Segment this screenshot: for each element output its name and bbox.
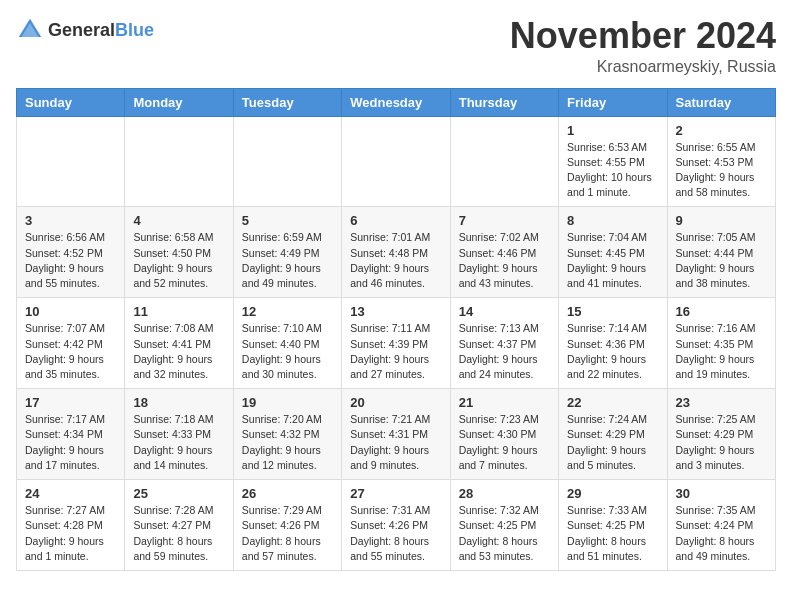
calendar-day-cell: 23Sunrise: 7:25 AM Sunset: 4:29 PM Dayli… [667,389,775,480]
calendar-day-header: Tuesday [233,88,341,116]
day-number: 21 [459,395,550,410]
day-number: 17 [25,395,116,410]
day-info: Sunrise: 7:10 AM Sunset: 4:40 PM Dayligh… [242,321,333,382]
calendar-day-cell [233,116,341,207]
day-info: Sunrise: 7:08 AM Sunset: 4:41 PM Dayligh… [133,321,224,382]
day-info: Sunrise: 7:14 AM Sunset: 4:36 PM Dayligh… [567,321,658,382]
day-info: Sunrise: 7:05 AM Sunset: 4:44 PM Dayligh… [676,230,767,291]
day-info: Sunrise: 7:35 AM Sunset: 4:24 PM Dayligh… [676,503,767,564]
calendar-day-cell: 4Sunrise: 6:58 AM Sunset: 4:50 PM Daylig… [125,207,233,298]
calendar-day-cell: 29Sunrise: 7:33 AM Sunset: 4:25 PM Dayli… [559,480,667,571]
page-header: GeneralBlue November 2024 Krasnoarmeyski… [16,16,776,76]
calendar-day-cell: 13Sunrise: 7:11 AM Sunset: 4:39 PM Dayli… [342,298,450,389]
day-number: 15 [567,304,658,319]
day-info: Sunrise: 7:04 AM Sunset: 4:45 PM Dayligh… [567,230,658,291]
calendar-day-cell: 16Sunrise: 7:16 AM Sunset: 4:35 PM Dayli… [667,298,775,389]
day-number: 4 [133,213,224,228]
calendar-week-row: 10Sunrise: 7:07 AM Sunset: 4:42 PM Dayli… [17,298,776,389]
calendar-day-cell: 26Sunrise: 7:29 AM Sunset: 4:26 PM Dayli… [233,480,341,571]
day-info: Sunrise: 7:20 AM Sunset: 4:32 PM Dayligh… [242,412,333,473]
day-info: Sunrise: 7:16 AM Sunset: 4:35 PM Dayligh… [676,321,767,382]
day-info: Sunrise: 7:11 AM Sunset: 4:39 PM Dayligh… [350,321,441,382]
calendar-day-cell [450,116,558,207]
day-number: 10 [25,304,116,319]
day-number: 8 [567,213,658,228]
day-info: Sunrise: 7:29 AM Sunset: 4:26 PM Dayligh… [242,503,333,564]
day-number: 12 [242,304,333,319]
day-number: 7 [459,213,550,228]
calendar-day-cell: 1Sunrise: 6:53 AM Sunset: 4:55 PM Daylig… [559,116,667,207]
day-info: Sunrise: 6:53 AM Sunset: 4:55 PM Dayligh… [567,140,658,201]
logo-icon [16,16,44,44]
day-info: Sunrise: 7:02 AM Sunset: 4:46 PM Dayligh… [459,230,550,291]
day-number: 29 [567,486,658,501]
day-info: Sunrise: 7:28 AM Sunset: 4:27 PM Dayligh… [133,503,224,564]
logo-text-blue: Blue [115,20,154,40]
calendar-day-cell: 27Sunrise: 7:31 AM Sunset: 4:26 PM Dayli… [342,480,450,571]
calendar-day-cell [125,116,233,207]
day-number: 19 [242,395,333,410]
calendar-day-cell: 2Sunrise: 6:55 AM Sunset: 4:53 PM Daylig… [667,116,775,207]
calendar-week-row: 24Sunrise: 7:27 AM Sunset: 4:28 PM Dayli… [17,480,776,571]
day-number: 23 [676,395,767,410]
calendar-day-header: Friday [559,88,667,116]
calendar-week-row: 3Sunrise: 6:56 AM Sunset: 4:52 PM Daylig… [17,207,776,298]
day-info: Sunrise: 7:18 AM Sunset: 4:33 PM Dayligh… [133,412,224,473]
calendar-day-cell: 21Sunrise: 7:23 AM Sunset: 4:30 PM Dayli… [450,389,558,480]
day-info: Sunrise: 7:17 AM Sunset: 4:34 PM Dayligh… [25,412,116,473]
calendar-day-cell: 15Sunrise: 7:14 AM Sunset: 4:36 PM Dayli… [559,298,667,389]
day-number: 20 [350,395,441,410]
day-number: 18 [133,395,224,410]
calendar-day-cell: 25Sunrise: 7:28 AM Sunset: 4:27 PM Dayli… [125,480,233,571]
calendar-day-cell: 8Sunrise: 7:04 AM Sunset: 4:45 PM Daylig… [559,207,667,298]
calendar-day-cell [17,116,125,207]
location-subtitle: Krasnoarmeyskiy, Russia [510,58,776,76]
day-number: 22 [567,395,658,410]
calendar-day-cell: 9Sunrise: 7:05 AM Sunset: 4:44 PM Daylig… [667,207,775,298]
day-info: Sunrise: 7:23 AM Sunset: 4:30 PM Dayligh… [459,412,550,473]
day-number: 16 [676,304,767,319]
day-info: Sunrise: 7:07 AM Sunset: 4:42 PM Dayligh… [25,321,116,382]
day-info: Sunrise: 6:56 AM Sunset: 4:52 PM Dayligh… [25,230,116,291]
day-info: Sunrise: 7:27 AM Sunset: 4:28 PM Dayligh… [25,503,116,564]
day-number: 24 [25,486,116,501]
calendar-day-cell: 6Sunrise: 7:01 AM Sunset: 4:48 PM Daylig… [342,207,450,298]
day-number: 11 [133,304,224,319]
day-info: Sunrise: 6:59 AM Sunset: 4:49 PM Dayligh… [242,230,333,291]
day-info: Sunrise: 7:13 AM Sunset: 4:37 PM Dayligh… [459,321,550,382]
day-info: Sunrise: 7:24 AM Sunset: 4:29 PM Dayligh… [567,412,658,473]
calendar-table: SundayMondayTuesdayWednesdayThursdayFrid… [16,88,776,571]
calendar-day-cell: 24Sunrise: 7:27 AM Sunset: 4:28 PM Dayli… [17,480,125,571]
calendar-day-cell: 30Sunrise: 7:35 AM Sunset: 4:24 PM Dayli… [667,480,775,571]
calendar-day-cell: 14Sunrise: 7:13 AM Sunset: 4:37 PM Dayli… [450,298,558,389]
day-number: 9 [676,213,767,228]
day-info: Sunrise: 7:32 AM Sunset: 4:25 PM Dayligh… [459,503,550,564]
calendar-day-cell: 12Sunrise: 7:10 AM Sunset: 4:40 PM Dayli… [233,298,341,389]
day-number: 14 [459,304,550,319]
calendar-day-header: Thursday [450,88,558,116]
day-number: 6 [350,213,441,228]
calendar-week-row: 1Sunrise: 6:53 AM Sunset: 4:55 PM Daylig… [17,116,776,207]
calendar-day-cell [342,116,450,207]
calendar-day-cell: 22Sunrise: 7:24 AM Sunset: 4:29 PM Dayli… [559,389,667,480]
day-number: 13 [350,304,441,319]
calendar-day-cell: 19Sunrise: 7:20 AM Sunset: 4:32 PM Dayli… [233,389,341,480]
day-info: Sunrise: 6:55 AM Sunset: 4:53 PM Dayligh… [676,140,767,201]
day-info: Sunrise: 7:25 AM Sunset: 4:29 PM Dayligh… [676,412,767,473]
day-number: 30 [676,486,767,501]
day-info: Sunrise: 7:21 AM Sunset: 4:31 PM Dayligh… [350,412,441,473]
calendar-week-row: 17Sunrise: 7:17 AM Sunset: 4:34 PM Dayli… [17,389,776,480]
calendar-day-cell: 17Sunrise: 7:17 AM Sunset: 4:34 PM Dayli… [17,389,125,480]
calendar-day-header: Monday [125,88,233,116]
day-number: 27 [350,486,441,501]
month-year-title: November 2024 [510,16,776,56]
logo-text-general: General [48,20,115,40]
calendar-day-cell: 5Sunrise: 6:59 AM Sunset: 4:49 PM Daylig… [233,207,341,298]
calendar-header-row: SundayMondayTuesdayWednesdayThursdayFrid… [17,88,776,116]
calendar-day-header: Saturday [667,88,775,116]
calendar-day-cell: 3Sunrise: 6:56 AM Sunset: 4:52 PM Daylig… [17,207,125,298]
calendar-day-cell: 28Sunrise: 7:32 AM Sunset: 4:25 PM Dayli… [450,480,558,571]
calendar-day-header: Wednesday [342,88,450,116]
day-number: 5 [242,213,333,228]
day-info: Sunrise: 7:33 AM Sunset: 4:25 PM Dayligh… [567,503,658,564]
